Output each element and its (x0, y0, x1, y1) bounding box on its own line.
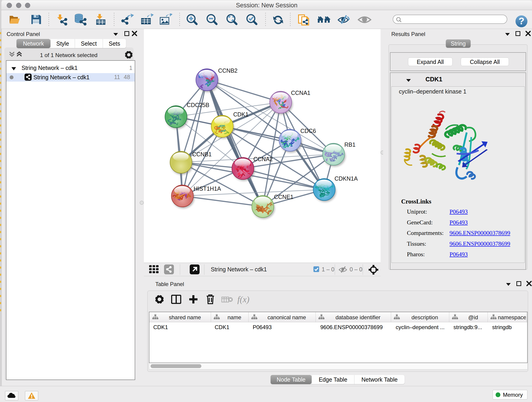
svg-text:CDC25B: CDC25B (187, 102, 209, 108)
svg-text:CCNA2: CCNA2 (253, 156, 273, 162)
svg-text:CCNB2: CCNB2 (218, 67, 238, 74)
svg-text:CCNB1: CCNB1 (192, 151, 212, 157)
svg-text:CDKN1A: CDKN1A (335, 175, 358, 182)
svg-text:CDK1: CDK1 (233, 111, 249, 118)
svg-text:RB1: RB1 (344, 141, 355, 148)
svg-text:HIST1H1A: HIST1H1A (194, 185, 221, 192)
svg-text:CCNA1: CCNA1 (291, 89, 310, 96)
svg-text:CDC6: CDC6 (300, 128, 316, 134)
svg-text:CCNE1: CCNE1 (274, 194, 293, 200)
